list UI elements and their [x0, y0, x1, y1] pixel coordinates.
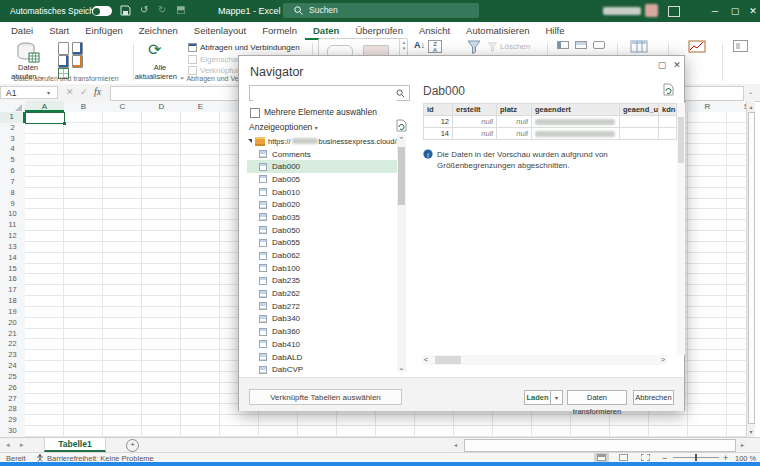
sheet-next-icon[interactable]: ▸: [20, 441, 24, 449]
tree-item-dab272[interactable]: Dab272: [247, 300, 397, 313]
tree-source-node[interactable]: https:// businessexpress.cloud/a...: [247, 135, 397, 148]
tree-item-dab050[interactable]: Dab050: [247, 224, 397, 237]
recent-sources-icon[interactable]: [58, 55, 69, 68]
ribbon-tab-zeichnen[interactable]: Zeichnen: [131, 22, 186, 40]
fx-icon[interactable]: fx: [94, 86, 101, 97]
row-header-25[interactable]: 25: [0, 372, 25, 383]
restore-button[interactable]: ▢: [726, 0, 744, 22]
row-header-19[interactable]: 19: [0, 307, 25, 318]
normal-view-button[interactable]: [594, 453, 609, 462]
text-to-columns-icon[interactable]: [557, 41, 569, 49]
format-painter-icon[interactable]: ⬒: [176, 4, 185, 15]
existing-connections-icon[interactable]: [72, 55, 83, 68]
row-header-4[interactable]: 4: [0, 144, 25, 155]
save-icon[interactable]: [120, 5, 131, 16]
column-header-C[interactable]: C: [103, 101, 142, 112]
ribbon-tab-formeln[interactable]: Formeln: [254, 22, 305, 40]
tree-item-dab410[interactable]: Dab410: [247, 338, 397, 351]
ribbon-tab-datei[interactable]: Datei: [3, 22, 41, 40]
load-button[interactable]: Laden: [524, 390, 551, 405]
preview-vscroll-thumb[interactable]: [678, 117, 684, 163]
navigator-search-box[interactable]: [249, 85, 410, 101]
tree-item-dab055[interactable]: Dab055: [247, 237, 397, 250]
page-layout-view-icon[interactable]: [619, 454, 628, 461]
sort-icon[interactable]: ZA: [428, 40, 442, 53]
tree-item-dab100[interactable]: Dab100: [247, 262, 397, 275]
refresh-list-icon[interactable]: [396, 119, 407, 132]
zoom-slider-thumb[interactable]: [695, 454, 697, 461]
ribbon-tab-einfügen[interactable]: Einfügen: [77, 22, 131, 40]
row-header-11[interactable]: 11: [0, 220, 25, 231]
expand-formula-bar-icon[interactable]: ⌄: [748, 88, 753, 95]
row-header-8[interactable]: 8: [0, 188, 25, 199]
row-header-14[interactable]: 14: [0, 253, 25, 264]
load-dropdown-button[interactable]: ▾: [550, 390, 563, 405]
row-header-17[interactable]: 17: [0, 285, 25, 296]
ribbon-tab-start[interactable]: Start: [41, 22, 77, 40]
minimize-button[interactable]: ─: [706, 0, 724, 22]
row-header-22[interactable]: 22: [0, 339, 25, 350]
sort-az-icon[interactable]: A↓: [414, 40, 425, 50]
row-header-16[interactable]: 16: [0, 274, 25, 285]
tree-item-dab020[interactable]: Dab020: [247, 198, 397, 211]
row-header-21[interactable]: 21: [0, 329, 25, 340]
forecast-sheet-icon[interactable]: [688, 40, 706, 53]
tree-item-dab340[interactable]: Dab340: [247, 313, 397, 326]
scroll-down-icon[interactable]: ⌄: [397, 364, 406, 372]
scroll-up-icon[interactable]: ▴: [747, 103, 755, 110]
row-header-28[interactable]: 28: [0, 404, 25, 415]
ribbon-tab-seitenlayout[interactable]: Seitenlayout: [186, 22, 254, 40]
row-header-29[interactable]: 29: [0, 415, 25, 426]
select-related-tables-button[interactable]: Verknüpfte Tabellen auswählen: [249, 389, 402, 405]
row-header-23[interactable]: 23: [0, 350, 25, 361]
user-avatar[interactable]: [645, 4, 658, 17]
multi-select-checkbox[interactable]: [250, 108, 260, 118]
ribbon-tab-hilfe[interactable]: Hilfe: [537, 22, 572, 40]
row-header-7[interactable]: 7: [0, 177, 25, 188]
row-header-12[interactable]: 12: [0, 231, 25, 242]
dialog-close-icon[interactable]: ✕: [670, 60, 684, 70]
scroll-right-icon[interactable]: ▸: [741, 441, 744, 448]
selected-cell-a1[interactable]: [25, 112, 65, 124]
cancel-button[interactable]: Abbrechen: [633, 390, 674, 405]
ribbon-tab-ansicht[interactable]: Ansicht: [411, 22, 458, 40]
row-header-26[interactable]: 26: [0, 383, 25, 394]
row-header-3[interactable]: 3: [0, 134, 25, 145]
refresh-preview-icon[interactable]: [663, 83, 674, 96]
tree-item-comments[interactable]: Comments: [247, 148, 397, 161]
row-header-1[interactable]: 1: [0, 112, 25, 123]
row-header-6[interactable]: 6: [0, 166, 25, 177]
group-outline-icon[interactable]: [733, 40, 748, 52]
column-header-A[interactable]: A: [25, 101, 64, 112]
row-header-15[interactable]: 15: [0, 264, 25, 275]
filter-icon[interactable]: [466, 39, 482, 54]
scroll-down-icon[interactable]: ▾: [747, 428, 755, 435]
data-validation-icon[interactable]: [593, 41, 605, 49]
sheet-tab-tabelle1[interactable]: Tabelle1: [44, 438, 106, 452]
ribbon-display-options-icon[interactable]: [668, 6, 680, 17]
flash-fill-icon[interactable]: [575, 41, 587, 49]
tree-item-dab262[interactable]: Dab262: [247, 287, 397, 300]
hscroll-thumb[interactable]: [464, 439, 736, 452]
tree-item-dab360[interactable]: Dab360: [247, 325, 397, 338]
display-options-dropdown[interactable]: Anzeigeoptionen ▾: [249, 122, 318, 132]
add-sheet-button[interactable]: +: [126, 439, 139, 452]
column-header-E[interactable]: E: [181, 101, 220, 112]
tree-scroll-thumb[interactable]: [398, 147, 405, 205]
column-header-D[interactable]: D: [142, 101, 181, 112]
tree-item-dab000[interactable]: Dab000: [247, 160, 397, 173]
scroll-left-icon[interactable]: <: [424, 356, 428, 363]
name-box[interactable]: A1 ▾: [0, 86, 58, 99]
column-header-B[interactable]: B: [64, 101, 103, 112]
tree-item-dab010[interactable]: Dab010: [247, 186, 397, 199]
row-header-18[interactable]: 18: [0, 296, 25, 307]
queries-connections-button[interactable]: Abfragen und Verbindungen: [188, 43, 300, 52]
row-header-2[interactable]: 2: [0, 123, 25, 134]
preview-hscroll-thumb[interactable]: [435, 356, 461, 364]
what-if-table-icon[interactable]: [630, 40, 648, 53]
preview-vscrollbar[interactable]: [677, 103, 685, 355]
from-text-csv-icon[interactable]: [58, 42, 69, 55]
close-button[interactable]: ✕: [746, 0, 760, 22]
page-break-view-icon[interactable]: [641, 454, 650, 461]
select-all-corner[interactable]: [15, 104, 22, 111]
